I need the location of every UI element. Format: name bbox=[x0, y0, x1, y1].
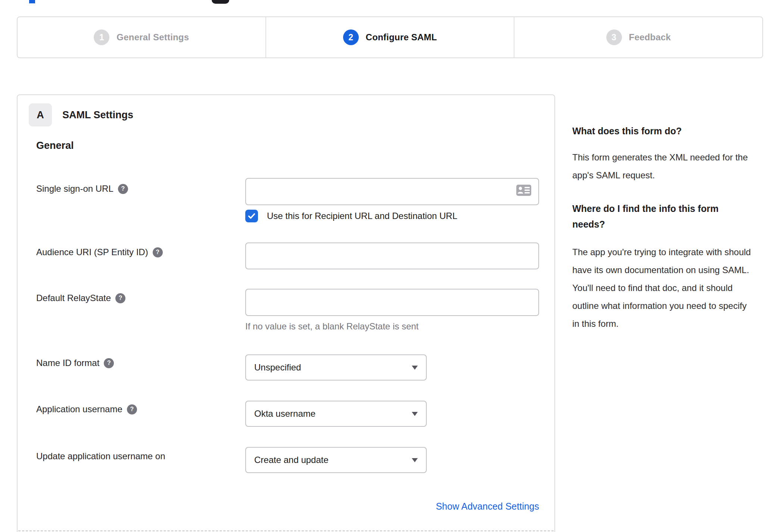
cutoff-dark-element bbox=[212, 0, 229, 4]
panel-header: A SAML Settings bbox=[29, 103, 133, 126]
name-id-format-label-text: Name ID format bbox=[36, 358, 99, 368]
name-id-format-label: Name ID format ? bbox=[36, 358, 114, 368]
checkmark-icon bbox=[247, 212, 256, 220]
sidebar-answer-1: This form generates the XML needed for t… bbox=[572, 148, 752, 184]
update-username-select[interactable]: Create and update bbox=[245, 447, 427, 473]
section-dashed-divider bbox=[18, 531, 554, 531]
audience-uri-label: Audience URI (SP Entity ID) ? bbox=[36, 247, 163, 257]
step-number-badge: 2 bbox=[343, 29, 359, 45]
relaystate-helper-text: If no value is set, a blank RelayState i… bbox=[245, 321, 418, 332]
recipient-url-checkbox-label[interactable]: Use this for Recipient URL and Destinati… bbox=[267, 211, 457, 221]
audience-uri-label-text: Audience URI (SP Entity ID) bbox=[36, 247, 148, 257]
saml-settings-panel: A SAML Settings General Single sign-on U… bbox=[17, 94, 555, 532]
audience-uri-input[interactable] bbox=[245, 242, 539, 269]
application-username-value: Okta username bbox=[254, 409, 315, 419]
sso-url-label-text: Single sign-on URL bbox=[36, 184, 113, 194]
name-id-format-select[interactable]: Unspecified bbox=[245, 354, 427, 381]
help-icon[interactable]: ? bbox=[153, 247, 163, 257]
application-username-label: Application username ? bbox=[36, 404, 137, 414]
recipient-url-checkbox-row: Use this for Recipient URL and Destinati… bbox=[245, 210, 457, 222]
saml-setup-page: 1 General Settings 2 Configure SAML 3 Fe… bbox=[0, 0, 781, 532]
sidebar-answer-2: The app you're trying to integrate with … bbox=[572, 243, 752, 333]
help-icon[interactable]: ? bbox=[127, 404, 137, 414]
application-username-select[interactable]: Okta username bbox=[245, 401, 427, 427]
general-section-title: General bbox=[36, 140, 74, 151]
help-icon[interactable]: ? bbox=[104, 358, 114, 368]
caret-down-icon bbox=[412, 412, 418, 416]
help-icon[interactable]: ? bbox=[118, 184, 128, 194]
sidebar-question-1: What does this form do? bbox=[572, 123, 752, 139]
step-number-badge: 1 bbox=[94, 29, 109, 45]
step-label: General Settings bbox=[116, 32, 189, 43]
caret-down-icon bbox=[412, 458, 418, 462]
cutoff-blue-element bbox=[29, 0, 35, 3]
step-label: Feedback bbox=[629, 32, 671, 43]
name-id-format-value: Unspecified bbox=[254, 362, 301, 373]
default-relaystate-label-text: Default RelayState bbox=[36, 293, 111, 303]
sso-url-label: Single sign-on URL ? bbox=[36, 184, 128, 194]
update-username-label-text: Update application username on bbox=[36, 451, 165, 461]
default-relaystate-label: Default RelayState ? bbox=[36, 293, 125, 303]
help-icon[interactable]: ? bbox=[115, 293, 125, 303]
update-username-value: Create and update bbox=[254, 455, 329, 465]
step-number-badge: 3 bbox=[606, 29, 622, 45]
step-general-settings[interactable]: 1 General Settings bbox=[18, 17, 265, 57]
help-sidebar: What does this form do? This form genera… bbox=[572, 123, 752, 333]
show-advanced-settings-link[interactable]: Show Advanced Settings bbox=[245, 501, 539, 512]
default-relaystate-input[interactable] bbox=[245, 289, 539, 316]
caret-down-icon bbox=[412, 366, 418, 370]
panel-title: SAML Settings bbox=[62, 109, 133, 121]
sidebar-question-2: Where do I find the info this form needs… bbox=[572, 201, 752, 232]
recipient-url-checkbox[interactable] bbox=[245, 210, 258, 222]
step-feedback[interactable]: 3 Feedback bbox=[514, 17, 762, 57]
sso-url-input[interactable] bbox=[245, 178, 539, 205]
application-username-label-text: Application username bbox=[36, 404, 122, 414]
update-username-label: Update application username on bbox=[36, 451, 165, 461]
step-label: Configure SAML bbox=[366, 32, 437, 43]
wizard-stepper: 1 General Settings 2 Configure SAML 3 Fe… bbox=[17, 16, 763, 58]
section-a-badge: A bbox=[29, 103, 52, 126]
step-configure-saml[interactable]: 2 Configure SAML bbox=[265, 17, 514, 57]
